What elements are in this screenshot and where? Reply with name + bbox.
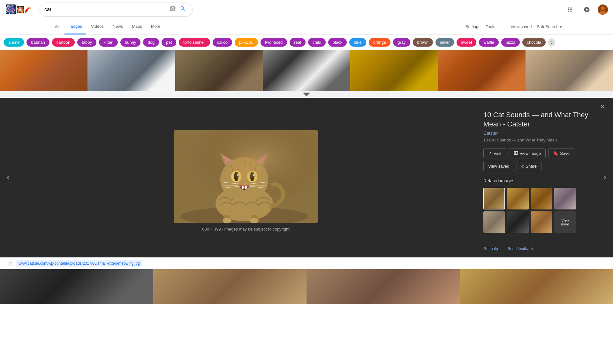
tab-all[interactable]: All: [51, 19, 63, 34]
chip-waffle[interactable]: waffle: [479, 38, 499, 47]
share-icon: ⎋: [521, 163, 524, 169]
share-button[interactable]: ⎋ Share: [517, 161, 541, 171]
bottom-bar: 4 www.catster.com/wp-content/uploads/201…: [0, 257, 613, 269]
svg-point-1: [601, 6, 605, 10]
tab-images[interactable]: Images: [64, 19, 86, 34]
bottom-thumb-4[interactable]: [460, 269, 613, 304]
chip-more-arrow[interactable]: ›: [548, 38, 555, 46]
detail-actions: ↗ Visit 🖼 View image 🔖 Save View saved ⎋…: [483, 148, 589, 171]
tab-videos[interactable]: Videos: [87, 19, 108, 34]
svg-point-16: [231, 171, 241, 182]
chip-tortoiseshell[interactable]: tortoiseshell: [179, 38, 210, 47]
svg-rect-23: [242, 186, 244, 189]
related-thumb-2[interactable]: [507, 188, 529, 209]
chip-tabby[interactable]: tabby: [77, 38, 96, 47]
related-thumb-5[interactable]: [483, 211, 505, 233]
strip-image-3[interactable]: [175, 50, 263, 91]
chip-black[interactable]: black: [328, 38, 347, 47]
related-thumb-4[interactable]: [554, 188, 576, 209]
bottom-thumb-2[interactable]: [153, 269, 306, 304]
related-thumb-6[interactable]: [507, 211, 529, 233]
chip-real[interactable]: real: [290, 38, 306, 47]
strip-image-4[interactable]: [263, 50, 350, 91]
chip-batman[interactable]: batman: [26, 38, 49, 47]
chip-calico[interactable]: calico: [213, 38, 232, 47]
chip-pizza[interactable]: pizza: [501, 38, 520, 47]
related-title: Related images:: [483, 178, 589, 183]
detail-image-area: 600 × 399 · Images may be subject to cop…: [16, 98, 476, 257]
related-thumb-3[interactable]: [531, 188, 552, 209]
get-help-link[interactable]: Get help: [483, 246, 498, 251]
view-image-button[interactable]: 🖼 View image: [509, 148, 546, 158]
view-more-button[interactable]: View more: [554, 211, 576, 233]
chip-dog[interactable]: dog: [143, 38, 159, 47]
svg-marker-22: [242, 183, 246, 185]
chip-brown[interactable]: brown: [413, 38, 433, 47]
chip-silver[interactable]: silver: [435, 38, 454, 47]
chip-orange[interactable]: orange: [369, 38, 390, 47]
chip-two-faced[interactable]: two faced: [261, 38, 287, 47]
chip-pet[interactable]: pet: [162, 38, 176, 47]
tab-news[interactable]: News: [109, 19, 127, 34]
apps-button[interactable]: [564, 4, 576, 15]
tab-more[interactable]: More: [147, 19, 164, 34]
search-input[interactable]: cat: [44, 7, 168, 12]
strip-image-5[interactable]: [350, 50, 438, 91]
svg-point-11: [220, 157, 268, 202]
safe-search-link[interactable]: SafeSearch ▾: [537, 19, 562, 34]
strip-image-6[interactable]: [438, 50, 525, 91]
chip-cartoon[interactable]: cartoon: [52, 38, 75, 47]
down-arrow-icon: [303, 93, 310, 96]
strip-image-7[interactable]: [526, 50, 613, 91]
settings-link[interactable]: Settings: [465, 19, 481, 34]
tab-maps[interactable]: Maps: [128, 19, 146, 34]
account-button[interactable]: [581, 4, 593, 15]
bottom-url: www.catster.com/wp-content/uploads/2017/…: [16, 260, 142, 267]
nav-right: Settings Tools View saved SafeSearch ▾: [465, 19, 562, 34]
chip-pikachu[interactable]: pikachu: [235, 38, 258, 47]
chip-chocolate[interactable]: chocola: [522, 38, 546, 47]
chip-gray[interactable]: gray: [393, 38, 410, 47]
strip-image-1[interactable]: [0, 50, 87, 91]
avatar[interactable]: [598, 4, 608, 15]
chip-blue[interactable]: blue: [349, 38, 366, 47]
chip-chibi[interactable]: chibi: [308, 38, 326, 47]
svg-point-17: [247, 171, 257, 182]
strip-image-2[interactable]: [87, 50, 175, 91]
view-saved-link[interactable]: View saved: [511, 19, 532, 34]
save-label: Save: [560, 151, 570, 156]
tools-link[interactable]: Tools: [486, 19, 495, 34]
view-more-label2: more: [561, 222, 569, 226]
detail-title: 10 Cat Sounds — and What They Mean - Cat…: [483, 110, 589, 129]
view-saved-button[interactable]: View saved: [483, 161, 514, 171]
svg-line-28: [249, 182, 265, 184]
svg-rect-24: [245, 186, 247, 189]
chip-sweet[interactable]: sweet: [457, 38, 476, 47]
svg-line-30: [249, 186, 265, 188]
chip-bunny[interactable]: bunny: [120, 38, 140, 47]
related-thumb-7[interactable]: [531, 211, 552, 233]
header: 🎆 🎇 🧨 cat: [0, 0, 613, 19]
send-feedback-link[interactable]: Send feedback: [508, 246, 533, 251]
header-right: [564, 4, 608, 15]
bottom-thumb-1[interactable]: [0, 269, 153, 304]
chip-kitten[interactable]: kitten: [99, 38, 118, 47]
previous-image-button[interactable]: [0, 98, 16, 257]
filter-chips: anime batman cartoon tabby kitten bunny …: [0, 34, 613, 50]
visit-button[interactable]: ↗ Visit: [483, 148, 506, 158]
camera-search-button[interactable]: [168, 5, 178, 13]
related-thumb-1[interactable]: [483, 188, 505, 209]
close-button[interactable]: ✕: [600, 103, 605, 111]
chip-anime[interactable]: anime: [4, 38, 24, 47]
detail-source[interactable]: Catster: [483, 131, 589, 136]
image-caption: 600 × 399 · Images may be subject to cop…: [202, 227, 290, 231]
svg-point-20: [237, 174, 238, 176]
related-grid: View more: [483, 188, 589, 233]
svg-marker-15: [257, 155, 266, 164]
share-label: Share: [526, 164, 537, 169]
next-image-button[interactable]: [597, 98, 613, 257]
strip-arrow: [0, 91, 613, 98]
bottom-thumb-3[interactable]: [306, 269, 460, 304]
search-submit-button[interactable]: [178, 5, 188, 13]
save-button[interactable]: 🔖 Save: [548, 148, 574, 158]
